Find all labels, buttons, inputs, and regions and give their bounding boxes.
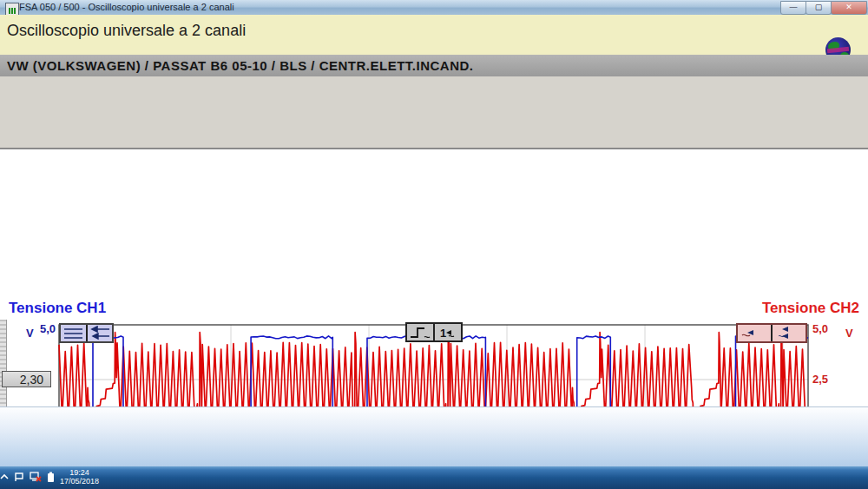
y-tick-right: 2,5: [812, 373, 842, 386]
function-key-bar: Interr. Guida Zoom Misura Cursore Misura…: [0, 406, 868, 467]
vehicle-info-text: VW (VOLKSWAGEN) / PASSAT B6 05-10 / BLS …: [7, 58, 474, 73]
window-title: FSA 050 / 500 - Oscilloscopio universale…: [19, 2, 234, 12]
vehicle-info-bar: VW (VOLKSWAGEN) / PASSAT B6 05-10 / BLS …: [0, 55, 868, 77]
tray-expand-icon[interactable]: [0, 473, 9, 480]
clock[interactable]: 19:24 17/05/2018: [60, 468, 99, 486]
window-titlebar: FSA 050 / 500 - Oscilloscopio universale…: [0, 0, 868, 16]
svg-text:1: 1: [440, 327, 446, 340]
tray-battery-icon[interactable]: [47, 472, 55, 483]
ch1-move-arrows-icon: [88, 325, 113, 341]
trigger-channel-icon: 1: [435, 324, 461, 340]
minimize-button[interactable]: —: [780, 1, 806, 15]
page-header: Oscilloscopio universale a 2 canali: [0, 15, 868, 56]
close-button[interactable]: ✕: [831, 1, 867, 15]
page-title: Oscilloscopio universale a 2 canali: [7, 22, 246, 40]
app-icon: [5, 3, 19, 16]
trigger-edge-icon: [407, 324, 433, 340]
fsa-oscilloscope-window: FSA 050 / 500 - Oscilloscopio universale…: [0, 0, 868, 489]
windows-taskbar: W: [0, 466, 868, 489]
action-center-icon[interactable]: [14, 472, 24, 482]
scope-control-panel: Segnale di mis. CH1 Tensione CH1 AC/DC D…: [0, 76, 868, 149]
trigger-marker-box[interactable]: 1: [405, 322, 463, 342]
ch1-trace-lines-icon: [61, 325, 86, 341]
y-tick-left: 5,0: [26, 322, 56, 335]
ch1-cursor-value[interactable]: 2,30: [2, 371, 51, 387]
ch2-axis-unit: V: [845, 327, 853, 340]
maximize-button[interactable]: ▢: [806, 1, 832, 15]
oscilloscope-display: Tensione CH1 Tensione CH2 V 5,0 0,0 -2,5…: [0, 149, 868, 406]
ch2-trace-icon: [738, 325, 771, 341]
y-tick-right: 5,0: [812, 322, 842, 335]
ch1-marker-box[interactable]: [59, 323, 114, 343]
network-error-icon[interactable]: [30, 472, 42, 482]
ch2-move-arrows-icon: [773, 325, 806, 341]
ch2-marker-box[interactable]: [736, 323, 807, 343]
